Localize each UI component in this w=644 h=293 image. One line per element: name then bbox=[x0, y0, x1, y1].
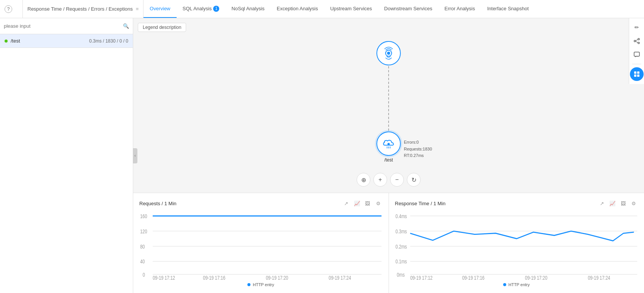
svg-point-1 bbox=[387, 52, 390, 55]
share-button[interactable] bbox=[631, 35, 643, 47]
nav-tab-sql-analysis[interactable]: SQL Analysis1 bbox=[177, 0, 226, 18]
response-time-legend-label: HTTP entry bbox=[509, 282, 530, 287]
top-bar: ? Response Time / Requests / Errors / Ex… bbox=[0, 0, 644, 18]
chat-icon bbox=[634, 52, 640, 58]
sidebar-search: 🔍 bbox=[0, 18, 133, 34]
svg-text:40: 40 bbox=[140, 258, 145, 265]
pencil-button[interactable]: ✏ bbox=[631, 21, 643, 33]
response-time-svg: 0.4ms 0.3ms 0.2ms 0.1ms 0ms bbox=[395, 211, 638, 281]
sidebar-items: /test 0.3ms / 1830 / 0 / 0 bbox=[0, 34, 133, 48]
response-time-chart-panel: Response Time / 1 Min ↗ 📈 🖼 ⚙ 0.4ms 0.3m… bbox=[389, 193, 644, 293]
svg-text:0.2ms: 0.2ms bbox=[395, 243, 407, 250]
nav-tab-upstream-services[interactable]: Upstream Services bbox=[324, 0, 378, 18]
topology-panel: Legend description bbox=[133, 18, 644, 193]
sidebar-divider bbox=[632, 64, 641, 64]
requests-chart-legend: HTTP entry bbox=[139, 282, 383, 287]
settings-icon[interactable]: ⚙ bbox=[374, 199, 383, 207]
topo-node-circle-bottom bbox=[376, 131, 401, 156]
sidebar-item-dot bbox=[5, 40, 8, 43]
sidebar-item-stats: 0.3ms / 1830 / 0 / 0 bbox=[89, 38, 128, 44]
info-requests: Requests:1830 bbox=[404, 146, 432, 153]
content-area: Legend description bbox=[133, 18, 644, 293]
help-icon[interactable]: ? bbox=[5, 5, 12, 13]
grid-icon bbox=[634, 71, 640, 77]
response-time-chart-title: Response Time / 1 Min bbox=[395, 201, 446, 206]
line-chart-icon[interactable]: 📈 bbox=[353, 199, 361, 207]
requests-chart-actions: ↗ 📈 🖼 ⚙ bbox=[342, 199, 383, 207]
nav-tab-interface-snapshot[interactable]: Interface Snapshot bbox=[481, 0, 535, 18]
sidebar-item[interactable]: /test 0.3ms / 1830 / 0 / 0 bbox=[0, 34, 133, 48]
nav-tab-nosql-analysis[interactable]: NoSql Analysis bbox=[225, 0, 271, 18]
search-icon[interactable]: 🔍 bbox=[123, 23, 129, 29]
zoom-out-button[interactable]: − bbox=[390, 173, 404, 187]
requests-chart-header: Requests / 1 Min ↗ 📈 🖼 ⚙ bbox=[139, 199, 383, 207]
zoom-in-button[interactable]: + bbox=[373, 173, 387, 187]
svg-text:160: 160 bbox=[140, 213, 147, 220]
collapse-handle[interactable]: ‹ bbox=[133, 148, 137, 163]
svg-text:09-19 17:20: 09-19 17:20 bbox=[266, 275, 288, 281]
svg-rect-37 bbox=[634, 52, 639, 56]
topo-node-circle-top bbox=[376, 41, 401, 65]
expand-icon[interactable]: ↗ bbox=[342, 199, 351, 207]
antenna-icon bbox=[382, 46, 395, 60]
svg-text:09-19 17:24: 09-19 17:24 bbox=[329, 275, 351, 281]
share-icon bbox=[634, 38, 640, 44]
svg-text:0ms: 0ms bbox=[397, 271, 405, 278]
svg-point-33 bbox=[634, 40, 636, 42]
svg-line-36 bbox=[636, 41, 638, 43]
search-input[interactable] bbox=[4, 23, 123, 29]
requests-svg: 160 120 80 40 0 09-19 1 bbox=[139, 211, 383, 281]
main-layout: 🔍 /test 0.3ms / 1830 / 0 / 0 ‹ Legend de… bbox=[0, 18, 644, 293]
tab-badge-sql-analysis: 1 bbox=[213, 6, 219, 12]
topology-canvas: /test Errors:0 Requests:1830 RT:0.27ms bbox=[133, 18, 644, 193]
legend-dot bbox=[247, 283, 250, 286]
compass-button[interactable]: ⊕ bbox=[357, 173, 370, 187]
sidebar-item-name: /test bbox=[11, 38, 89, 44]
nav-tab-downstream-services[interactable]: Downstream Services bbox=[378, 0, 438, 18]
list-icon[interactable]: ≡ bbox=[136, 6, 139, 12]
line-chart-icon-2[interactable]: 📈 bbox=[608, 199, 617, 207]
response-time-chart-header: Response Time / 1 Min ↗ 📈 🖼 ⚙ bbox=[395, 199, 638, 207]
nav-tab-error-analysis[interactable]: Error Analysis bbox=[438, 0, 481, 18]
topo-info-box: Errors:0 Requests:1830 RT:0.27ms bbox=[404, 139, 432, 159]
svg-rect-40 bbox=[634, 74, 636, 77]
right-sidebar: ✏ bbox=[629, 18, 644, 84]
legend-button[interactable]: Legend description bbox=[138, 23, 186, 32]
topo-node-bottom[interactable]: /test bbox=[376, 131, 401, 163]
svg-text:0.1ms: 0.1ms bbox=[395, 258, 407, 265]
svg-point-34 bbox=[638, 42, 639, 44]
svg-text:09-19 17:20: 09-19 17:20 bbox=[525, 275, 547, 281]
topo-node-top[interactable] bbox=[376, 41, 401, 65]
svg-text:09-19 17:16: 09-19 17:16 bbox=[462, 275, 485, 281]
response-time-chart-body: 0.4ms 0.3ms 0.2ms 0.1ms 0ms bbox=[395, 211, 638, 281]
topo-connector bbox=[388, 66, 389, 131]
svg-text:120: 120 bbox=[140, 228, 147, 234]
topo-node-label-bottom: /test bbox=[384, 157, 393, 163]
nav-tab-exception-analysis[interactable]: Exception Analysis bbox=[271, 0, 324, 18]
refresh-button[interactable]: ↻ bbox=[407, 173, 421, 187]
nav-tab-overview[interactable]: Overview bbox=[143, 0, 176, 18]
charts-area: Requests / 1 Min ↗ 📈 🖼 ⚙ 160 120 80 40 bbox=[133, 193, 644, 293]
response-time-chart-legend: HTTP entry bbox=[395, 282, 638, 287]
top-bar-left: ? bbox=[0, 0, 23, 18]
image-icon-2[interactable]: 🖼 bbox=[619, 199, 627, 207]
legend-dot-2 bbox=[503, 283, 506, 286]
image-icon[interactable]: 🖼 bbox=[363, 199, 372, 207]
breadcrumb: Response Time / Requests / Errors / Exce… bbox=[27, 6, 133, 12]
svg-line-35 bbox=[636, 40, 638, 41]
info-errors: Errors:0 bbox=[404, 139, 432, 146]
chat-button[interactable] bbox=[631, 49, 643, 61]
expand-icon-2[interactable]: ↗ bbox=[598, 199, 606, 207]
svg-text:09-19 17:16: 09-19 17:16 bbox=[203, 275, 225, 281]
topo-controls: ⊕ + − ↻ bbox=[357, 173, 421, 187]
info-rt: RT:0.27ms bbox=[404, 152, 432, 159]
cloud-icon bbox=[382, 137, 395, 150]
requests-legend-label: HTTP entry bbox=[253, 282, 274, 287]
svg-rect-38 bbox=[634, 71, 636, 74]
grid-button[interactable] bbox=[630, 67, 644, 81]
requests-chart-body: 160 120 80 40 0 09-19 1 bbox=[139, 211, 383, 281]
requests-chart-title: Requests / 1 Min bbox=[139, 201, 177, 206]
breadcrumb-area: Response Time / Requests / Errors / Exce… bbox=[23, 0, 143, 18]
settings-icon-2[interactable]: ⚙ bbox=[630, 199, 638, 207]
svg-text:0.4ms: 0.4ms bbox=[395, 213, 407, 220]
